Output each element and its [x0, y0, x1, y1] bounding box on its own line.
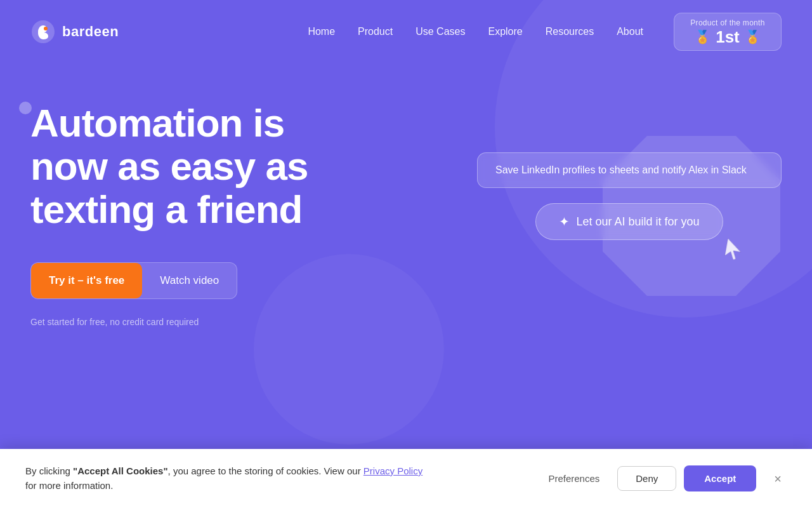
close-icon: ×: [774, 472, 782, 486]
cookie-bold-text: "Accept All Cookies": [73, 465, 168, 476]
cookie-text: By clicking "Accept All Cookies", you ag…: [25, 464, 528, 493]
logo-text: bardeen: [62, 23, 119, 40]
svg-point-2: [44, 27, 48, 30]
cta-wrapper: Try it – it's free Watch video: [30, 262, 237, 299]
ai-build-label: Let our AI build it for you: [576, 215, 699, 229]
navbar: bardeen Home Product Use Cases Explore R…: [0, 0, 812, 64]
hero-subtext: Get started for free, no credit card req…: [30, 317, 335, 327]
cookie-actions: Preferences Deny Accept ×: [538, 465, 787, 491]
left-laurel-icon: 🏅: [695, 29, 710, 44]
badge-rank: 1st: [716, 29, 740, 45]
badge-title: Product of the month: [690, 18, 764, 27]
ai-build-button[interactable]: ✦ Let our AI build it for you: [535, 203, 723, 240]
logo-icon: [30, 19, 56, 44]
try-it-button[interactable]: Try it – it's free: [31, 263, 142, 298]
cookie-end-text: for more information.: [25, 480, 113, 491]
nav-explore[interactable]: Explore: [488, 26, 522, 37]
nav-product[interactable]: Product: [358, 26, 393, 37]
nav-about[interactable]: About: [617, 26, 643, 37]
cursor-icon: [721, 236, 745, 267]
nav-links: Home Product Use Cases Explore Resources…: [308, 26, 643, 37]
hero-ctas: Try it – it's free Watch video: [30, 262, 335, 299]
ai-prompt-input[interactable]: Save LinkedIn profiles to sheets and not…: [477, 152, 782, 188]
hero-left: Automation is now as easy as texting a f…: [30, 102, 335, 327]
cookie-post-text: , you agree to the storing of cookies. V…: [168, 465, 363, 476]
nav-home[interactable]: Home: [308, 26, 335, 37]
preferences-button[interactable]: Preferences: [538, 467, 610, 490]
hero-heading: Automation is now as easy as texting a f…: [30, 102, 335, 232]
product-of-month-badge: Product of the month 🏅 1st 🏅: [674, 13, 782, 51]
accept-button[interactable]: Accept: [684, 465, 756, 491]
right-laurel-icon: 🏅: [745, 29, 761, 44]
sparkle-icon: ✦: [559, 214, 570, 229]
hero-right: Save LinkedIn profiles to sheets and not…: [477, 152, 782, 240]
cookie-privacy-link[interactable]: Privacy Policy: [363, 465, 422, 476]
cookie-banner: By clicking "Accept All Cookies", you ag…: [0, 449, 812, 508]
deny-button[interactable]: Deny: [617, 466, 676, 491]
close-cookie-button[interactable]: ×: [769, 470, 787, 488]
badge-laurels: 🏅 1st 🏅: [686, 29, 769, 45]
nav-resources[interactable]: Resources: [546, 26, 594, 37]
nav-use-cases[interactable]: Use Cases: [416, 26, 465, 37]
watch-video-button[interactable]: Watch video: [142, 263, 237, 298]
cookie-pre-text: By clicking: [25, 465, 73, 476]
hero-section: Automation is now as easy as texting a f…: [0, 64, 812, 327]
logo[interactable]: bardeen: [30, 19, 119, 44]
